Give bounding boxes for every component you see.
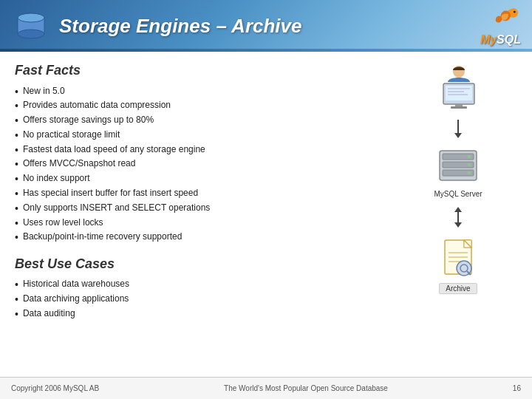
list-item: Data archiving applications — [15, 293, 384, 307]
bullet-text: No index support — [23, 173, 90, 183]
archive-label-text: Archive — [439, 283, 477, 294]
mysql-logo-text: MySQL — [480, 33, 521, 47]
bullet-text: No practical storage limit — [23, 129, 120, 140]
user-icon-group — [434, 63, 482, 111]
best-use-cases-title: Best Use Cases — [15, 256, 384, 272]
header-bar: Storage Engines – Archive MySQL — [0, 0, 532, 52]
server-icon-group: MySQL Server — [432, 147, 484, 198]
list-item: Has special insert buffer for fast inser… — [15, 187, 384, 202]
list-item: Offers MVCC/Snapshot read — [15, 157, 384, 172]
server-label-text: MySQL Server — [434, 190, 482, 198]
bullet-text: Backup/point-in-time recovery supported — [23, 231, 182, 242]
bullet-text: Has special insert buffer for fast inser… — [23, 188, 198, 198]
svg-rect-8 — [446, 86, 472, 100]
footer-copyright: Copyright 2006 MySQL AB — [11, 384, 99, 392]
best-use-cases-list: Historical data warehouses Data archivin… — [15, 278, 384, 321]
svg-point-17 — [468, 155, 471, 158]
list-item: Uses row level locks — [15, 216, 384, 231]
page-title: Storage Engines – Archive — [59, 15, 301, 38]
svg-point-5 — [18, 13, 44, 22]
mysql-dolphin-icon — [482, 4, 519, 33]
svg-point-6 — [514, 11, 516, 13]
svg-point-2 — [18, 30, 44, 38]
bidirectional-arrow-icon — [454, 207, 462, 228]
archive-icon-group: Archive — [436, 236, 480, 294]
bullet-text: Data auditing — [23, 308, 75, 318]
footer-page-number: 16 — [513, 384, 521, 392]
bullet-text: Uses row level locks — [23, 217, 103, 228]
bullet-text: Historical data warehouses — [23, 279, 129, 289]
svg-rect-13 — [451, 106, 467, 109]
list-item: New in 5.0 — [15, 84, 384, 99]
list-item: Fastest data load speed of any storage e… — [15, 143, 384, 157]
mysql-logo: MySQL — [480, 4, 521, 47]
bullet-text: Only supports INSERT and SELECT operatio… — [23, 202, 210, 213]
arrow-down-icon — [454, 120, 462, 138]
bullet-text: Provides automatic data compression — [23, 100, 171, 110]
list-item: Offers storage savings up to 80% — [15, 114, 384, 129]
list-item: No practical storage limit — [15, 128, 384, 143]
list-item: Historical data warehouses — [15, 278, 384, 293]
best-use-cases-section: Best Use Cases Historical data warehouse… — [15, 256, 384, 321]
list-item: Provides automatic data compression — [15, 99, 384, 114]
bullet-text: Data archiving applications — [23, 293, 129, 304]
bullet-text: New in 5.0 — [23, 86, 65, 96]
svg-point-21 — [468, 171, 471, 174]
storage-icon — [11, 7, 52, 48]
list-item: Backup/point-in-time recovery supported — [15, 231, 384, 245]
left-content: Fast Facts New in 5.0 Provides automatic… — [15, 63, 399, 358]
fast-facts-list: New in 5.0 Provides automatic data compr… — [15, 84, 384, 245]
footer: Copyright 2006 MySQL AB The World's Most… — [0, 377, 532, 399]
list-item: Only supports INSERT and SELECT operatio… — [15, 201, 384, 216]
main-content: Fast Facts New in 5.0 Provides automatic… — [0, 52, 532, 369]
bullet-text: Offers storage savings up to 80% — [23, 115, 154, 125]
bullet-text: Fastest data load speed of any storage e… — [23, 144, 205, 154]
footer-tagline: The World's Most Popular Open Source Dat… — [224, 384, 388, 392]
archive-icon — [436, 236, 480, 281]
server-icon — [432, 147, 484, 188]
list-item: No index support — [15, 172, 384, 187]
bullet-text: Offers MVCC/Snapshot read — [23, 158, 136, 168]
svg-point-19 — [468, 163, 471, 166]
storage-icon-svg — [11, 7, 52, 48]
right-content-panel: MySQL Server — [399, 63, 517, 358]
list-item: Data auditing — [15, 307, 384, 321]
fast-facts-section: Fast Facts New in 5.0 Provides automatic… — [15, 63, 384, 245]
fast-facts-title: Fast Facts — [15, 63, 384, 78]
person-icon — [434, 63, 482, 111]
